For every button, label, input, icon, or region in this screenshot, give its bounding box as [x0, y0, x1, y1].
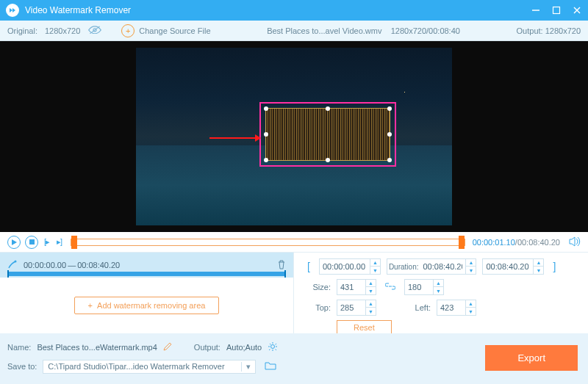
- export-bar: Name: Best Places to...eWatermark.mp4 Ou…: [0, 333, 588, 384]
- maximize-button[interactable]: [551, 5, 562, 15]
- spin-up-icon[interactable]: ▲: [466, 300, 476, 308]
- video-preview-area: [0, 41, 588, 232]
- left-input[interactable]: ▲▼: [437, 300, 476, 316]
- width-input[interactable]: ▲▼: [337, 279, 376, 295]
- reset-button[interactable]: Reset: [337, 320, 392, 335]
- svg-marker-8: [12, 239, 17, 245]
- range-start-bracket-icon[interactable]: [: [304, 261, 313, 272]
- stop-button[interactable]: [25, 236, 38, 249]
- area-list-panel: 00:00:00.00—00:08:40.20 + Add watermark …: [0, 253, 294, 333]
- total-time: 00:08:40.20: [517, 238, 560, 247]
- end-time-input[interactable]: ▲▼: [482, 258, 544, 275]
- info-toolbar: Original: 1280x720 + Change Source File …: [0, 21, 588, 41]
- original-resolution: 1280x720: [45, 26, 80, 35]
- range-end-bracket-icon[interactable]: ]: [550, 261, 559, 272]
- svg-marker-7: [255, 134, 261, 142]
- export-button[interactable]: Export: [485, 345, 578, 371]
- timeline-slider[interactable]: [71, 239, 465, 246]
- play-button[interactable]: [7, 236, 21, 249]
- save-path-input[interactable]: C:\Tipard Studio\Tipar...ideo Watermark …: [43, 360, 256, 374]
- spin-down-icon[interactable]: ▼: [466, 308, 476, 315]
- svg-point-11: [15, 261, 17, 263]
- start-time-input[interactable]: ▲▼: [319, 258, 381, 275]
- svg-point-12: [271, 345, 275, 349]
- change-source-button[interactable]: + Change Source File: [121, 24, 210, 37]
- original-label: Original:: [7, 26, 37, 35]
- volume-icon[interactable]: [569, 236, 581, 248]
- app-logo: [6, 4, 19, 17]
- timeline-start-handle[interactable]: [71, 236, 77, 249]
- size-label: Size:: [304, 283, 331, 291]
- output-settings-icon[interactable]: [268, 341, 278, 353]
- watermark-selection-box[interactable]: [259, 102, 396, 167]
- set-end-button[interactable]: ▸]: [55, 237, 63, 247]
- title-bar: Video Watermark Remover: [0, 0, 588, 21]
- current-time: 00:00:01.10: [473, 238, 515, 247]
- spin-down-icon[interactable]: ▼: [366, 308, 376, 315]
- output-name: Best Places to...eWatermark.mp4: [37, 343, 157, 352]
- duration-label: Duration:: [387, 263, 420, 271]
- name-label: Name:: [7, 343, 31, 352]
- close-button[interactable]: [572, 5, 582, 15]
- save-path-value: C:\Tipard Studio\Tipar...ideo Watermark …: [48, 362, 224, 371]
- duration-input[interactable]: Duration:▲▼: [387, 258, 477, 275]
- spin-down-icon[interactable]: ▼: [366, 287, 376, 294]
- add-area-label: Add watermark removing area: [97, 301, 205, 310]
- save-to-label: Save to:: [7, 362, 37, 371]
- clip-start-time: 00:00:00.00: [24, 261, 66, 269]
- preview-toggle-icon[interactable]: [87, 26, 102, 36]
- app-title: Video Watermark Remover: [25, 5, 531, 15]
- clip-range-bar[interactable]: [7, 272, 286, 276]
- plus-icon: +: [121, 24, 135, 37]
- editing-panel: 00:00:00.00—00:08:40.20 + Add watermark …: [0, 253, 588, 333]
- spin-up-icon[interactable]: ▲: [366, 300, 376, 308]
- spin-down-icon[interactable]: ▼: [466, 267, 476, 274]
- open-folder-icon[interactable]: [265, 361, 276, 372]
- file-name: Best Places to...avel Video.wmv: [267, 26, 381, 35]
- area-item[interactable]: 00:00:00.00—00:08:40.20: [0, 253, 293, 278]
- output-format: Auto;Auto: [226, 343, 262, 352]
- spin-up-icon[interactable]: ▲: [466, 259, 476, 267]
- height-input[interactable]: ▲▼: [404, 279, 444, 295]
- path-dropdown-icon[interactable]: ▾: [241, 362, 251, 372]
- delete-area-icon[interactable]: [277, 260, 286, 271]
- top-label: Top:: [304, 303, 331, 312]
- add-area-button[interactable]: + Add watermark removing area: [74, 297, 220, 314]
- spin-down-icon[interactable]: ▼: [534, 267, 543, 274]
- plus-icon: +: [88, 301, 93, 310]
- time-readout: 00:00:01.10/00:08:40.20: [473, 238, 560, 247]
- top-input[interactable]: ▲▼: [337, 300, 376, 316]
- spin-up-icon[interactable]: ▲: [434, 280, 443, 287]
- annotation-arrow-icon: [209, 133, 261, 143]
- spin-up-icon[interactable]: ▲: [370, 259, 380, 267]
- aspect-link-icon[interactable]: [382, 283, 398, 291]
- set-start-button[interactable]: [▸: [43, 237, 51, 247]
- minimize-button[interactable]: [531, 5, 541, 15]
- clip-end-time: 00:08:40.20: [77, 261, 120, 269]
- edit-name-icon[interactable]: [163, 342, 172, 352]
- svg-rect-1: [553, 7, 560, 14]
- file-duration: 00:08:40: [429, 26, 460, 35]
- svg-marker-10: [570, 237, 575, 246]
- area-item-icon: [7, 259, 18, 271]
- change-source-label: Change Source File: [139, 26, 210, 35]
- file-resolution: 1280x720: [391, 26, 426, 35]
- file-info: Best Places to...avel Video.wmv 1280x720…: [211, 26, 517, 35]
- left-label: Left:: [404, 303, 431, 312]
- timeline-end-handle[interactable]: [459, 236, 465, 249]
- spin-up-icon[interactable]: ▲: [534, 259, 543, 267]
- playback-controls: [▸ ▸] 00:00:01.10/00:08:40.20: [0, 232, 588, 253]
- output-format-label: Output:: [194, 343, 220, 352]
- spin-down-icon[interactable]: ▼: [370, 267, 380, 274]
- output-label: Output:: [517, 26, 543, 35]
- spin-down-icon[interactable]: ▼: [434, 287, 443, 294]
- svg-rect-9: [29, 239, 35, 244]
- output-resolution: 1280x720: [545, 26, 581, 35]
- video-frame[interactable]: [136, 48, 452, 225]
- parameters-panel: [ ▲▼ Duration:▲▼ ▲▼ ] Size: ▲▼ ▲▼ Top: ▲…: [294, 253, 588, 333]
- spin-up-icon[interactable]: ▲: [366, 280, 376, 287]
